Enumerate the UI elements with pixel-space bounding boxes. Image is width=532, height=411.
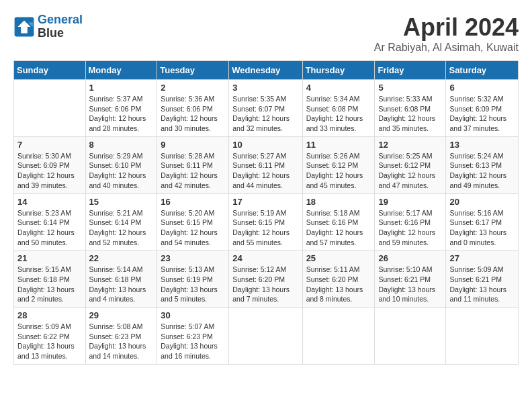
day-number: 30 <box>161 310 225 320</box>
day-number: 23 <box>161 253 225 263</box>
calendar-cell <box>446 308 519 365</box>
day-number: 27 <box>449 253 515 263</box>
calendar-cell: 2 Sunrise: 5:36 AM Sunset: 6:06 PM Dayli… <box>157 80 229 137</box>
calendar-cell: 10 Sunrise: 5:27 AM Sunset: 6:11 PM Dayl… <box>229 136 302 193</box>
day-info: Sunrise: 5:37 AM Sunset: 6:06 PM Dayligh… <box>89 94 154 134</box>
month-title: April 2024 <box>374 13 519 42</box>
day-number: 14 <box>17 197 82 207</box>
day-info: Sunrise: 5:27 AM Sunset: 6:11 PM Dayligh… <box>232 151 298 191</box>
calendar-cell: 14 Sunrise: 5:23 AM Sunset: 6:14 PM Dayl… <box>14 193 86 250</box>
calendar-cell <box>14 80 86 137</box>
day-info: Sunrise: 5:32 AM Sunset: 6:09 PM Dayligh… <box>449 94 515 134</box>
header-sunday: Sunday <box>14 61 86 80</box>
calendar-cell: 1 Sunrise: 5:37 AM Sunset: 6:06 PM Dayli… <box>85 80 157 137</box>
day-info: Sunrise: 5:07 AM Sunset: 6:23 PM Dayligh… <box>161 322 225 361</box>
day-number: 18 <box>306 197 371 207</box>
day-info: Sunrise: 5:09 AM Sunset: 6:22 PM Dayligh… <box>17 322 82 361</box>
calendar-cell: 21 Sunrise: 5:15 AM Sunset: 6:18 PM Dayl… <box>14 250 86 308</box>
header-monday: Monday <box>85 61 157 80</box>
calendar-cell: 16 Sunrise: 5:20 AM Sunset: 6:15 PM Dayl… <box>157 193 229 250</box>
day-number: 9 <box>161 140 225 150</box>
day-info: Sunrise: 5:10 AM Sunset: 6:21 PM Dayligh… <box>378 265 442 304</box>
day-number: 17 <box>232 197 298 207</box>
calendar-cell: 19 Sunrise: 5:17 AM Sunset: 6:16 PM Dayl… <box>375 193 446 250</box>
day-info: Sunrise: 5:13 AM Sunset: 6:19 PM Dayligh… <box>161 265 225 304</box>
day-number: 28 <box>17 310 82 320</box>
calendar-cell: 23 Sunrise: 5:13 AM Sunset: 6:19 PM Dayl… <box>157 250 229 308</box>
day-number: 25 <box>306 253 371 263</box>
day-number: 22 <box>89 253 154 263</box>
calendar-cell: 7 Sunrise: 5:30 AM Sunset: 6:09 PM Dayli… <box>14 136 86 193</box>
day-number: 1 <box>89 83 154 93</box>
day-info: Sunrise: 5:20 AM Sunset: 6:15 PM Dayligh… <box>161 208 225 248</box>
calendar-cell: 6 Sunrise: 5:32 AM Sunset: 6:09 PM Dayli… <box>446 80 519 137</box>
day-number: 16 <box>161 197 225 207</box>
calendar-cell: 20 Sunrise: 5:16 AM Sunset: 6:17 PM Dayl… <box>446 193 519 250</box>
week-row-2: 7 Sunrise: 5:30 AM Sunset: 6:09 PM Dayli… <box>14 136 519 193</box>
day-info: Sunrise: 5:18 AM Sunset: 6:16 PM Dayligh… <box>306 208 371 248</box>
logo-line2: Blue <box>38 26 64 40</box>
calendar-cell: 22 Sunrise: 5:14 AM Sunset: 6:18 PM Dayl… <box>85 250 157 308</box>
logo: General Blue <box>13 13 83 40</box>
header-friday: Friday <box>375 61 446 80</box>
day-info: Sunrise: 5:34 AM Sunset: 6:08 PM Dayligh… <box>306 94 371 134</box>
day-info: Sunrise: 5:35 AM Sunset: 6:07 PM Dayligh… <box>232 94 298 134</box>
header-tuesday: Tuesday <box>157 61 229 80</box>
day-number: 19 <box>378 197 442 207</box>
day-info: Sunrise: 5:08 AM Sunset: 6:23 PM Dayligh… <box>89 322 154 361</box>
day-number: 3 <box>232 83 298 93</box>
day-number: 2 <box>161 83 225 93</box>
location: Ar Rabiyah, Al Asimah, Kuwait <box>374 42 519 54</box>
calendar-cell: 11 Sunrise: 5:26 AM Sunset: 6:12 PM Dayl… <box>302 136 375 193</box>
day-number: 8 <box>89 140 154 150</box>
week-row-1: 1 Sunrise: 5:37 AM Sunset: 6:06 PM Dayli… <box>14 80 519 137</box>
calendar-cell: 5 Sunrise: 5:33 AM Sunset: 6:08 PM Dayli… <box>375 80 446 137</box>
day-number: 5 <box>378 83 442 93</box>
calendar-cell: 30 Sunrise: 5:07 AM Sunset: 6:23 PM Dayl… <box>157 308 229 365</box>
calendar-table: SundayMondayTuesdayWednesdayThursdayFrid… <box>13 60 519 365</box>
day-number: 6 <box>449 83 515 93</box>
day-info: Sunrise: 5:14 AM Sunset: 6:18 PM Dayligh… <box>89 265 154 304</box>
day-number: 26 <box>378 253 442 263</box>
calendar-cell: 8 Sunrise: 5:29 AM Sunset: 6:10 PM Dayli… <box>85 136 157 193</box>
day-number: 13 <box>449 140 515 150</box>
day-info: Sunrise: 5:09 AM Sunset: 6:21 PM Dayligh… <box>449 265 515 304</box>
day-info: Sunrise: 5:36 AM Sunset: 6:06 PM Dayligh… <box>161 94 225 134</box>
calendar-cell: 4 Sunrise: 5:34 AM Sunset: 6:08 PM Dayli… <box>302 80 375 137</box>
calendar-cell <box>302 308 375 365</box>
day-info: Sunrise: 5:25 AM Sunset: 6:12 PM Dayligh… <box>378 151 442 191</box>
logo-text: General Blue <box>38 13 83 40</box>
day-number: 11 <box>306 140 371 150</box>
logo-line1: General <box>38 13 83 26</box>
week-row-3: 14 Sunrise: 5:23 AM Sunset: 6:14 PM Dayl… <box>14 193 519 250</box>
calendar-cell: 17 Sunrise: 5:19 AM Sunset: 6:15 PM Dayl… <box>229 193 302 250</box>
title-block: April 2024 Ar Rabiyah, Al Asimah, Kuwait <box>374 13 519 54</box>
calendar-cell: 15 Sunrise: 5:21 AM Sunset: 6:14 PM Dayl… <box>85 193 157 250</box>
day-info: Sunrise: 5:33 AM Sunset: 6:08 PM Dayligh… <box>378 94 442 134</box>
week-row-5: 28 Sunrise: 5:09 AM Sunset: 6:22 PM Dayl… <box>14 308 519 365</box>
calendar-cell: 13 Sunrise: 5:24 AM Sunset: 6:13 PM Dayl… <box>446 136 519 193</box>
day-number: 15 <box>89 197 154 207</box>
day-info: Sunrise: 5:26 AM Sunset: 6:12 PM Dayligh… <box>306 151 371 191</box>
header-saturday: Saturday <box>446 61 519 80</box>
day-info: Sunrise: 5:21 AM Sunset: 6:14 PM Dayligh… <box>89 208 154 248</box>
calendar-cell: 25 Sunrise: 5:11 AM Sunset: 6:20 PM Dayl… <box>302 250 375 308</box>
day-info: Sunrise: 5:12 AM Sunset: 6:20 PM Dayligh… <box>232 265 298 304</box>
page-header: General Blue April 2024 Ar Rabiyah, Al A… <box>13 13 519 54</box>
header-row: SundayMondayTuesdayWednesdayThursdayFrid… <box>14 61 519 80</box>
header-wednesday: Wednesday <box>229 61 302 80</box>
calendar-cell: 26 Sunrise: 5:10 AM Sunset: 6:21 PM Dayl… <box>375 250 446 308</box>
day-number: 4 <box>306 83 371 93</box>
day-number: 12 <box>378 140 442 150</box>
day-info: Sunrise: 5:16 AM Sunset: 6:17 PM Dayligh… <box>449 208 515 248</box>
calendar-cell: 29 Sunrise: 5:08 AM Sunset: 6:23 PM Dayl… <box>85 308 157 365</box>
calendar-cell: 24 Sunrise: 5:12 AM Sunset: 6:20 PM Dayl… <box>229 250 302 308</box>
day-info: Sunrise: 5:15 AM Sunset: 6:18 PM Dayligh… <box>17 265 82 304</box>
day-number: 20 <box>449 197 515 207</box>
day-info: Sunrise: 5:30 AM Sunset: 6:09 PM Dayligh… <box>17 151 82 191</box>
day-number: 7 <box>17 140 82 150</box>
calendar-cell <box>229 308 302 365</box>
calendar-cell: 28 Sunrise: 5:09 AM Sunset: 6:22 PM Dayl… <box>14 308 86 365</box>
day-number: 21 <box>17 253 82 263</box>
day-info: Sunrise: 5:24 AM Sunset: 6:13 PM Dayligh… <box>449 151 515 191</box>
